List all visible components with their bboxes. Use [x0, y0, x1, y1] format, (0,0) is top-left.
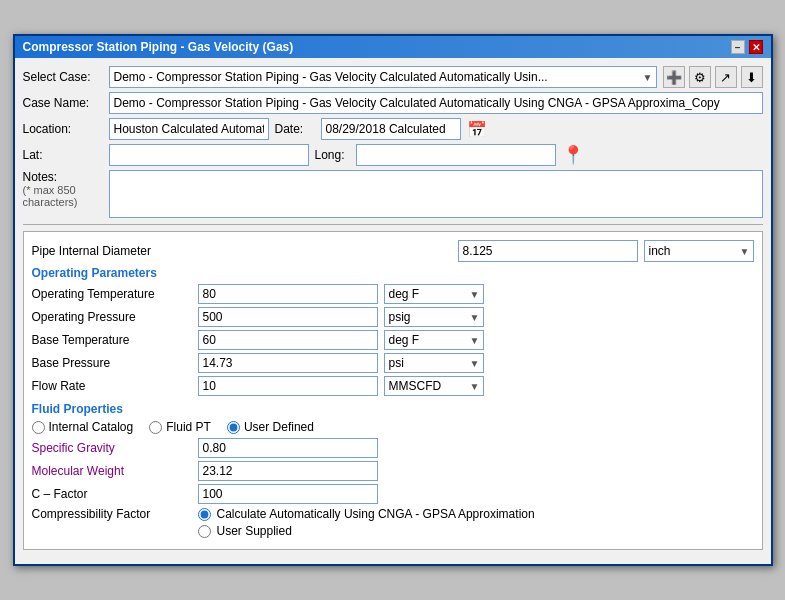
pipe-section: Pipe Internal Diameter inch mm cm ▼ Oper… [23, 231, 763, 550]
select-case-dropdown-wrapper: Demo - Compressor Station Piping - Gas V… [109, 66, 657, 88]
notes-label: Notes: [23, 170, 103, 184]
fluid-pt-option[interactable]: Fluid PT [149, 420, 211, 434]
window-controls: – ✕ [731, 40, 763, 54]
op-pressure-row: Operating Pressure psigpsiabarkPa ▼ [32, 307, 754, 327]
base-temp-unit-select[interactable]: deg Fdeg CK [384, 330, 484, 350]
base-temp-input[interactable] [198, 330, 378, 350]
op-temp-unit-wrapper: deg Fdeg CK ▼ [384, 284, 484, 304]
case-name-label: Case Name: [23, 96, 103, 110]
compressibility-user-radio[interactable] [198, 525, 211, 538]
add-icon[interactable]: ➕ [663, 66, 685, 88]
compressibility-row: Compressibility Factor Calculate Automat… [32, 507, 754, 538]
title-bar: Compressor Station Piping - Gas Velocity… [15, 36, 771, 58]
op-pressure-unit-wrapper: psigpsiabarkPa ▼ [384, 307, 484, 327]
case-name-row: Case Name: [23, 92, 763, 114]
case-name-input[interactable] [109, 92, 763, 114]
user-defined-option[interactable]: User Defined [227, 420, 314, 434]
internal-catalog-radio[interactable] [32, 421, 45, 434]
lat-input[interactable] [109, 144, 309, 166]
internal-catalog-option[interactable]: Internal Catalog [32, 420, 134, 434]
base-temp-row: Base Temperature deg Fdeg CK ▼ [32, 330, 754, 350]
fluid-source-row: Internal Catalog Fluid PT User Defined [32, 420, 754, 434]
map-pin-icon[interactable]: 📍 [562, 144, 584, 166]
fluid-props-label: Fluid Properties [32, 402, 754, 416]
specific-gravity-input[interactable] [198, 438, 378, 458]
gear-icon[interactable]: ⚙ [689, 66, 711, 88]
operating-params-label: Operating Parameters [32, 266, 754, 280]
pipe-label: Pipe Internal Diameter [32, 244, 452, 258]
op-temp-unit-select[interactable]: deg Fdeg CK [384, 284, 484, 304]
long-label: Long: [315, 148, 350, 162]
compressibility-cnga-label: Calculate Automatically Using CNGA - GPS… [217, 507, 535, 521]
calendar-icon[interactable]: 📅 [467, 120, 487, 139]
molecular-weight-input[interactable] [198, 461, 378, 481]
main-window: Compressor Station Piping - Gas Velocity… [13, 34, 773, 566]
location-label: Location: [23, 122, 103, 136]
date-input[interactable] [321, 118, 461, 140]
lat-label: Lat: [23, 148, 103, 162]
base-pressure-label: Base Pressure [32, 356, 192, 370]
select-case-label: Select Case: [23, 70, 103, 84]
molecular-weight-label: Molecular Weight [32, 464, 192, 478]
select-case-row: Select Case: Demo - Compressor Station P… [23, 66, 763, 88]
compressibility-user-label: User Supplied [217, 524, 292, 538]
window-content: Select Case: Demo - Compressor Station P… [15, 58, 771, 564]
base-temp-unit-wrapper: deg Fdeg CK ▼ [384, 330, 484, 350]
pipe-input[interactable] [458, 240, 638, 262]
base-pressure-unit-select[interactable]: psibarkPa [384, 353, 484, 373]
cf-factor-label: C – Factor [32, 487, 192, 501]
op-pressure-label: Operating Pressure [32, 310, 192, 324]
date-label: Date: [275, 122, 315, 136]
specific-gravity-row: Specific Gravity [32, 438, 754, 458]
download-icon[interactable]: ⬇ [741, 66, 763, 88]
pipe-unit-wrapper: inch mm cm ▼ [644, 240, 754, 262]
op-pressure-unit-select[interactable]: psigpsiabarkPa [384, 307, 484, 327]
user-defined-label: User Defined [244, 420, 314, 434]
base-temp-label: Base Temperature [32, 333, 192, 347]
internal-catalog-label: Internal Catalog [49, 420, 134, 434]
flow-rate-unit-select[interactable]: MMSCFDMSCFDSCFH [384, 376, 484, 396]
cf-factor-input[interactable] [198, 484, 378, 504]
compressibility-options: Calculate Automatically Using CNGA - GPS… [198, 507, 535, 538]
pipe-unit-select[interactable]: inch mm cm [644, 240, 754, 262]
flow-rate-label: Flow Rate [32, 379, 192, 393]
compressibility-cnga-option[interactable]: Calculate Automatically Using CNGA - GPS… [198, 507, 535, 521]
cf-factor-row: C – Factor [32, 484, 754, 504]
base-pressure-input[interactable] [198, 353, 378, 373]
base-pressure-row: Base Pressure psibarkPa ▼ [32, 353, 754, 373]
long-input[interactable] [356, 144, 556, 166]
flow-rate-input[interactable] [198, 376, 378, 396]
window-title: Compressor Station Piping - Gas Velocity… [23, 40, 294, 54]
toolbar-icons: ➕ ⚙ ↗ ⬇ [663, 66, 763, 88]
fluid-pt-radio[interactable] [149, 421, 162, 434]
select-case-dropdown[interactable]: Demo - Compressor Station Piping - Gas V… [109, 66, 657, 88]
notes-sublabel: (* max 850 characters) [23, 184, 103, 208]
compressibility-label: Compressibility Factor [32, 507, 192, 521]
specific-gravity-label: Specific Gravity [32, 441, 192, 455]
share-icon[interactable]: ↗ [715, 66, 737, 88]
compressibility-user-option[interactable]: User Supplied [198, 524, 535, 538]
op-temp-input[interactable] [198, 284, 378, 304]
compressibility-cnga-radio[interactable] [198, 508, 211, 521]
location-input[interactable] [109, 118, 269, 140]
minimize-button[interactable]: – [731, 40, 745, 54]
fluid-pt-label: Fluid PT [166, 420, 211, 434]
flow-rate-unit-wrapper: MMSCFDMSCFDSCFH ▼ [384, 376, 484, 396]
op-pressure-input[interactable] [198, 307, 378, 327]
op-temp-label: Operating Temperature [32, 287, 192, 301]
flow-rate-row: Flow Rate MMSCFDMSCFDSCFH ▼ [32, 376, 754, 396]
user-defined-radio[interactable] [227, 421, 240, 434]
notes-textarea[interactable] [109, 170, 763, 218]
close-button[interactable]: ✕ [749, 40, 763, 54]
op-temp-row: Operating Temperature deg Fdeg CK ▼ [32, 284, 754, 304]
molecular-weight-row: Molecular Weight [32, 461, 754, 481]
base-pressure-unit-wrapper: psibarkPa ▼ [384, 353, 484, 373]
